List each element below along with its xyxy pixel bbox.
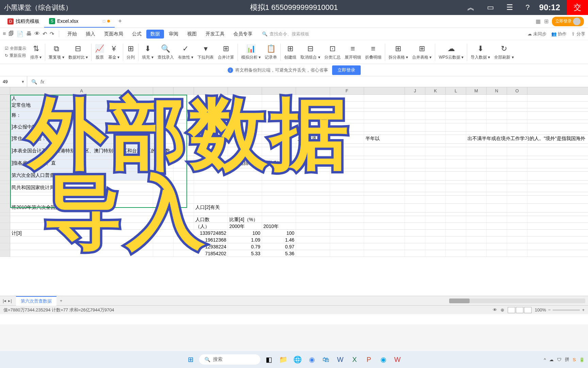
- ribbon-button[interactable]: ↻全部刷新 ▾: [492, 44, 516, 60]
- cell[interactable]: [446, 120, 466, 123]
- cell[interactable]: [507, 250, 527, 257]
- cell[interactable]: [228, 156, 262, 159]
- ribbon-button[interactable]: 📋记录单: [263, 44, 279, 60]
- cell[interactable]: [330, 156, 364, 159]
- cell[interactable]: [194, 147, 228, 156]
- ribbon-button[interactable]: ⊞合并计算: [216, 44, 236, 60]
- cell[interactable]: [425, 159, 446, 168]
- cell[interactable]: [364, 123, 405, 131]
- cell[interactable]: [446, 172, 466, 180]
- zoom-level[interactable]: 100%: [535, 307, 546, 312]
- column-header[interactable]: O: [507, 87, 527, 94]
- column-header[interactable]: A: [10, 87, 153, 94]
- cell[interactable]: 主地的人口）的比重。: [262, 159, 296, 168]
- cell[interactable]: [194, 181, 228, 184]
- cell[interactable]: [296, 184, 330, 192]
- scrollbar-thumb[interactable]: [449, 298, 470, 303]
- battery-icon[interactable]: 🔋: [579, 357, 585, 362]
- cell[interactable]: [487, 204, 507, 212]
- onedrive-icon[interactable]: ☁: [549, 357, 554, 362]
- cell[interactable]: ]本表全国合计不包括香港特别行政区、澳门特别行政区和台湾地区的人口数。: [10, 147, 153, 156]
- menu-item[interactable]: 开始: [63, 30, 81, 39]
- cell[interactable]: [487, 196, 507, 203]
- cell[interactable]: [364, 204, 405, 212]
- column-header[interactable]: N: [487, 87, 507, 94]
- ribbon-button[interactable]: ▾下拉列表: [195, 44, 216, 60]
- security-icon[interactable]: 🛡: [557, 357, 561, 362]
- cell[interactable]: [174, 236, 194, 243]
- tray-chevron-icon[interactable]: ^: [544, 357, 546, 362]
- cell[interactable]: [10, 213, 153, 216]
- cell[interactable]: [425, 243, 446, 250]
- ribbon-button[interactable]: ⊟数据对比 ▾: [66, 44, 90, 60]
- column-header[interactable]: [262, 87, 296, 94]
- cell[interactable]: [10, 223, 153, 229]
- cell[interactable]: [466, 181, 487, 184]
- cell[interactable]: ]常住人口包括：居: [10, 135, 153, 143]
- cell[interactable]: [296, 236, 330, 243]
- cell[interactable]: [405, 230, 425, 236]
- cell[interactable]: [507, 132, 527, 135]
- cell[interactable]: [446, 213, 466, 216]
- cell[interactable]: [10, 196, 153, 203]
- cell[interactable]: [10, 250, 153, 257]
- cell[interactable]: [194, 172, 228, 180]
- cell[interactable]: [446, 168, 466, 171]
- cell[interactable]: [466, 168, 487, 171]
- cell[interactable]: [330, 120, 364, 123]
- cell[interactable]: [466, 102, 487, 108]
- cell[interactable]: 12938224: [194, 243, 228, 250]
- cell[interactable]: [153, 204, 174, 212]
- cell[interactable]: [405, 181, 425, 184]
- store-icon[interactable]: 🛍: [320, 354, 332, 365]
- tab-close-icon[interactable]: □: [103, 19, 105, 24]
- cell[interactable]: [425, 168, 446, 171]
- cell[interactable]: [487, 168, 507, 171]
- ribbon-button[interactable]: 📊模拟分析 ▾: [239, 44, 263, 60]
- row-header[interactable]: [0, 156, 10, 159]
- wps-icon[interactable]: W: [392, 354, 403, 365]
- cell[interactable]: [364, 184, 405, 192]
- cell[interactable]: [296, 213, 330, 216]
- cell[interactable]: [507, 168, 527, 171]
- cell[interactable]: [466, 223, 487, 229]
- cell[interactable]: [174, 156, 194, 159]
- apps-icon[interactable]: ⊞: [544, 18, 549, 25]
- cell[interactable]: [507, 184, 527, 192]
- cell[interactable]: [405, 196, 425, 203]
- cell[interactable]: [364, 95, 405, 101]
- cell[interactable]: [507, 172, 527, 180]
- cell[interactable]: [262, 95, 296, 101]
- cell[interactable]: 口（包括现役军人和难以确定常: [228, 159, 262, 168]
- cell[interactable]: [507, 102, 527, 108]
- cell[interactable]: [296, 192, 330, 195]
- cell[interactable]: [507, 123, 527, 131]
- cell[interactable]: [174, 192, 194, 195]
- menu-item[interactable]: 会员专享: [229, 30, 257, 39]
- cell[interactable]: [153, 159, 174, 168]
- cell[interactable]: [507, 147, 527, 156]
- ribbon-button[interactable]: ⬇导入数据 ▾: [469, 44, 492, 60]
- cell[interactable]: [446, 184, 466, 192]
- cell[interactable]: [405, 132, 425, 135]
- cell[interactable]: [296, 243, 330, 250]
- powerpoint-icon[interactable]: P: [363, 354, 375, 365]
- cell[interactable]: [228, 95, 262, 101]
- cell[interactable]: [466, 108, 487, 111]
- cell[interactable]: [405, 204, 425, 212]
- cell[interactable]: [330, 132, 364, 135]
- cell[interactable]: [405, 95, 425, 101]
- menu-item[interactable]: 开发工具: [201, 30, 229, 39]
- cell[interactable]: [262, 196, 296, 203]
- cell[interactable]: [153, 112, 174, 120]
- cell[interactable]: [487, 236, 507, 243]
- cell[interactable]: [364, 108, 405, 111]
- cell[interactable]: [364, 102, 405, 108]
- cell[interactable]: [364, 112, 405, 120]
- undo-icon[interactable]: ↶: [43, 31, 47, 37]
- cell[interactable]: [364, 132, 405, 135]
- cell[interactable]: [405, 250, 425, 257]
- cell[interactable]: [228, 112, 262, 120]
- row-header[interactable]: [0, 168, 10, 171]
- cell[interactable]: [330, 250, 364, 257]
